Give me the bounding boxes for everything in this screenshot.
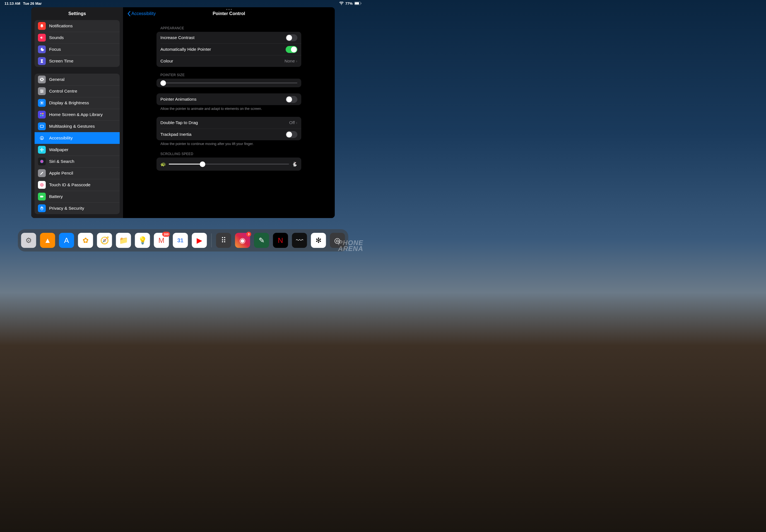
row-colour[interactable]: Colour None›: [156, 55, 301, 67]
back-button[interactable]: Accessibility: [127, 11, 156, 16]
svg-point-32: [41, 184, 43, 186]
sidebar-item-multitasking-gestures[interactable]: Multitasking & Gestures: [35, 120, 120, 132]
sidebar-item-notifications[interactable]: Notifications: [35, 20, 120, 32]
sidebar-item-control-centre[interactable]: Control Centre: [35, 85, 120, 97]
detail-pane: Accessibility Pointer Control APPEARANCE…: [123, 7, 335, 218]
flower-icon: [38, 146, 46, 154]
chevron-left-icon: [127, 11, 131, 16]
pointer-animations-label: Pointer Animations: [160, 97, 196, 102]
tortoise-icon: 🐢: [160, 161, 166, 167]
increase-contrast-label: Increase Contrast: [160, 35, 194, 40]
svg-point-33: [41, 184, 42, 185]
speaker-icon: [38, 34, 46, 42]
dock-app-keep[interactable]: 💡: [135, 233, 150, 248]
sidebar-item-battery[interactable]: Battery: [35, 191, 120, 202]
sidebar-item-label: Multitasking & Gestures: [49, 124, 95, 129]
colour-value: None: [284, 59, 295, 64]
dock-app-appstore[interactable]: A: [59, 233, 74, 248]
chevron-right-icon: ›: [296, 59, 297, 64]
row-trackpad-inertia: Trackpad Inertia: [156, 129, 301, 140]
trackpad-inertia-label: Trackpad Inertia: [160, 132, 191, 137]
page-title: Pointer Control: [212, 11, 245, 16]
svg-point-28: [40, 149, 41, 150]
svg-rect-2: [361, 3, 361, 4]
svg-rect-20: [40, 115, 42, 116]
back-label: Accessibility: [131, 11, 156, 16]
status-bar: 11:13 AM Tue 26 Mar 77%: [0, 0, 366, 7]
row-increase-contrast: Increase Contrast: [156, 32, 301, 43]
dock-app-safari[interactable]: 🧭: [97, 233, 112, 248]
sidebar-item-accessibility[interactable]: Accessibility: [35, 132, 120, 144]
dock-app-youtube[interactable]: ▶: [192, 233, 207, 248]
row-auto-hide: Automatically Hide Pointer: [156, 43, 301, 55]
svg-line-16: [40, 104, 41, 105]
sliders-icon: [38, 87, 46, 95]
svg-rect-21: [42, 115, 43, 116]
sidebar-item-general[interactable]: General: [35, 74, 120, 85]
sidebar-title: Settings: [31, 7, 123, 20]
svg-rect-1: [355, 2, 359, 4]
dock-app-gmail[interactable]: M160: [154, 233, 169, 248]
sidebar-item-label: Notifications: [49, 23, 72, 28]
sidebar-item-screen-time[interactable]: Screen Time: [35, 55, 120, 67]
sidebar-item-label: Focus: [49, 47, 61, 52]
dock-app-calendar[interactable]: 31: [173, 233, 188, 248]
sidebar-item-display-brightness[interactable]: Display & Brightness: [35, 97, 120, 109]
svg-rect-19: [42, 113, 43, 114]
section-appearance-label: APPEARANCE: [160, 26, 301, 30]
watermark: PHONEARENA: [338, 240, 363, 252]
sidebar-item-apple-pencil[interactable]: Apple Pencil: [35, 167, 120, 179]
sidebar-item-label: Sounds: [49, 35, 64, 40]
svg-line-15: [43, 104, 43, 105]
settings-window: Settings NotificationsSoundsFocusScreen …: [31, 7, 335, 218]
sidebar-item-sounds[interactable]: Sounds: [35, 32, 120, 43]
row-pointer-animations: Pointer Animations: [156, 93, 301, 105]
batt-icon: [38, 193, 46, 200]
status-date: Tue 26 Mar: [23, 1, 42, 6]
slider-scrolling-speed[interactable]: 🐢 🐇: [156, 158, 301, 171]
sidebar-item-focus[interactable]: Focus: [35, 43, 120, 55]
dock-app-files[interactable]: 📁: [116, 233, 131, 248]
dock-app-chatgpt[interactable]: ✻: [311, 233, 326, 248]
slider-pointer-size[interactable]: [156, 79, 301, 87]
sidebar-item-privacy-security[interactable]: Privacy & Security: [35, 202, 120, 214]
sidebar-item-siri-search[interactable]: Siri & Search: [35, 156, 120, 167]
sidebar-item-home-screen-app-library[interactable]: Home Screen & App Library: [35, 109, 120, 120]
dock-app-settings[interactable]: ⚙︎: [21, 233, 36, 248]
trackpad-footer: Allow the pointer to continue moving aft…: [160, 142, 301, 146]
dock-app-folder[interactable]: ⠿: [216, 233, 231, 248]
sidebar-item-label: Wallpaper: [49, 147, 68, 152]
toggle-pointer-animations[interactable]: [286, 96, 297, 103]
svg-rect-35: [43, 196, 44, 197]
sidebar-item-label: Siri & Search: [49, 159, 74, 164]
toggle-increase-contrast[interactable]: [286, 34, 297, 41]
pointer-animations-footer: Allow the pointer to animate and adapt t…: [160, 107, 301, 111]
section-pointer-size-label: POINTER SIZE: [160, 73, 301, 77]
dock-app-netflix[interactable]: N: [273, 233, 288, 248]
double-tap-value: Off: [289, 120, 294, 125]
svg-rect-18: [40, 113, 42, 114]
dock-app-photos[interactable]: ✿: [78, 233, 93, 248]
svg-point-29: [42, 149, 44, 150]
dock-app-vlc[interactable]: ▲: [40, 233, 55, 248]
svg-point-7: [42, 91, 43, 92]
toggle-trackpad-inertia[interactable]: [286, 131, 297, 138]
badge: 160: [162, 232, 170, 237]
svg-point-27: [42, 150, 42, 152]
dock-app-instagram[interactable]: ◉3: [235, 233, 250, 248]
svg-point-6: [40, 90, 42, 91]
sidebar-item-label: Accessibility: [49, 136, 72, 141]
touchid-icon: [38, 181, 46, 189]
dock-app-freeform[interactable]: ✎: [254, 233, 269, 248]
dock-app-procreate[interactable]: 〰: [292, 233, 307, 248]
sidebar-item-touch-id-passcode[interactable]: Touch ID & Passcode: [35, 179, 120, 191]
sidebar-item-wallpaper[interactable]: Wallpaper: [35, 144, 120, 156]
bell-icon: [38, 22, 46, 30]
pencil-icon: [38, 169, 46, 177]
moon-icon: [38, 45, 46, 53]
row-double-tap[interactable]: Double-Tap to Drag Off›: [156, 117, 301, 129]
gear-icon: [38, 76, 46, 83]
toggle-auto-hide[interactable]: [286, 46, 297, 53]
sidebar: Settings NotificationsSoundsFocusScreen …: [31, 7, 123, 218]
hourglass-icon: [38, 57, 46, 65]
